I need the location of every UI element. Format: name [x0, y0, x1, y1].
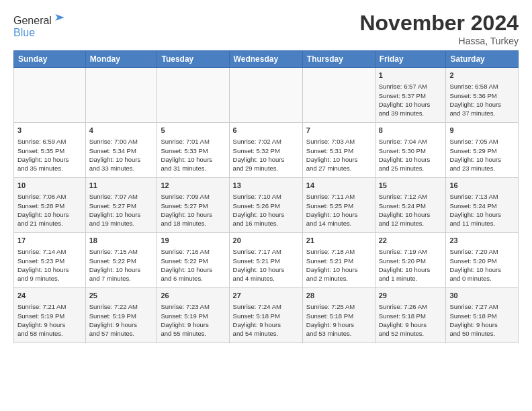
- calendar-cell: 14Sunrise: 7:11 AMSunset: 5:25 PMDayligh…: [302, 178, 375, 233]
- day-number: 8: [379, 126, 443, 136]
- day-number: 17: [17, 236, 82, 246]
- day-info: Daylight: 10 hours: [449, 100, 515, 109]
- day-info: Sunset: 5:25 PM: [306, 201, 371, 210]
- svg-marker-0: [55, 14, 64, 21]
- day-info: Daylight: 10 hours: [233, 155, 299, 164]
- day-info: Sunrise: 7:20 AM: [449, 247, 515, 256]
- day-info: and 54 minutes.: [233, 329, 299, 338]
- day-info: Sunrise: 7:01 AM: [161, 137, 225, 146]
- day-info: Sunrise: 7:26 AM: [379, 302, 443, 311]
- day-info: Sunset: 5:33 PM: [161, 146, 225, 155]
- calendar-cell: 6Sunrise: 7:02 AMSunset: 5:32 PMDaylight…: [229, 123, 302, 178]
- calendar-cell: 21Sunrise: 7:18 AMSunset: 5:21 PMDayligh…: [302, 233, 375, 288]
- day-info: Daylight: 10 hours: [379, 210, 443, 219]
- day-info: Sunrise: 7:17 AM: [233, 247, 299, 256]
- day-info: Sunrise: 7:19 AM: [379, 247, 443, 256]
- calendar-cell: 10Sunrise: 7:06 AMSunset: 5:28 PMDayligh…: [14, 178, 86, 233]
- day-info: Sunset: 5:19 PM: [161, 312, 225, 320]
- day-info: Sunset: 5:19 PM: [89, 312, 154, 320]
- day-info: and 39 minutes.: [379, 109, 443, 118]
- day-info: Sunrise: 7:21 AM: [17, 302, 82, 311]
- logo-general: General: [13, 15, 52, 26]
- day-info: and 25 minutes.: [379, 164, 443, 173]
- day-info: Sunset: 5:18 PM: [306, 312, 371, 320]
- day-info: Daylight: 10 hours: [306, 155, 371, 164]
- day-number: 20: [233, 236, 299, 246]
- title-block: November 2024 Hassa, Turkey: [359, 11, 519, 46]
- day-info: Daylight: 9 hours: [17, 320, 82, 329]
- day-info: and 52 minutes.: [379, 329, 443, 338]
- calendar-cell: 7Sunrise: 7:03 AMSunset: 5:31 PMDaylight…: [302, 123, 375, 178]
- day-number: 27: [233, 291, 299, 301]
- calendar-cell: 22Sunrise: 7:19 AMSunset: 5:20 PMDayligh…: [375, 233, 446, 288]
- day-info: Sunrise: 7:18 AM: [306, 247, 371, 256]
- day-info: Sunset: 5:31 PM: [306, 146, 371, 155]
- day-info: Sunrise: 7:16 AM: [161, 247, 225, 256]
- location: Hassa, Turkey: [359, 36, 519, 46]
- day-info: Sunrise: 7:27 AM: [449, 302, 515, 311]
- day-info: Daylight: 9 hours: [306, 320, 371, 329]
- day-info: Sunrise: 7:11 AM: [306, 192, 371, 201]
- day-info: and 23 minutes.: [449, 164, 515, 173]
- day-info: Sunrise: 7:04 AM: [379, 137, 443, 146]
- day-info: Sunset: 5:30 PM: [379, 146, 443, 155]
- calendar-cell: [157, 68, 229, 123]
- day-info: and 19 minutes.: [89, 219, 154, 228]
- day-number: 25: [89, 291, 154, 301]
- day-info: and 6 minutes.: [161, 274, 225, 283]
- calendar-cell: 2Sunrise: 6:58 AMSunset: 5:36 PMDaylight…: [446, 68, 519, 123]
- day-info: Sunrise: 7:09 AM: [161, 192, 225, 201]
- day-info: Sunset: 5:23 PM: [17, 257, 82, 265]
- day-info: Daylight: 10 hours: [89, 155, 154, 164]
- day-info: Sunset: 5:26 PM: [233, 201, 299, 210]
- day-info: Sunset: 5:27 PM: [161, 201, 225, 210]
- day-info: Sunrise: 7:07 AM: [89, 192, 154, 201]
- day-info: Sunrise: 7:12 AM: [379, 192, 443, 201]
- day-info: Daylight: 10 hours: [449, 210, 515, 219]
- day-info: and 21 minutes.: [17, 219, 82, 228]
- day-info: Sunrise: 6:59 AM: [17, 137, 82, 146]
- day-info: Sunset: 5:18 PM: [449, 312, 515, 320]
- day-info: Daylight: 10 hours: [17, 265, 82, 274]
- day-info: and 14 minutes.: [306, 219, 371, 228]
- day-info: Sunrise: 7:25 AM: [306, 302, 371, 311]
- day-info: Sunrise: 7:22 AM: [89, 302, 154, 311]
- day-info: Daylight: 10 hours: [449, 155, 515, 164]
- day-number: 14: [306, 181, 371, 191]
- calendar-cell: 1Sunrise: 6:57 AMSunset: 5:37 PMDaylight…: [375, 68, 446, 123]
- day-info: and 31 minutes.: [161, 164, 225, 173]
- day-info: Sunset: 5:24 PM: [449, 201, 515, 210]
- day-info: Daylight: 10 hours: [89, 265, 154, 274]
- day-info: Daylight: 9 hours: [161, 320, 225, 329]
- day-info: and 7 minutes.: [89, 274, 154, 283]
- day-info: Sunset: 5:18 PM: [233, 312, 299, 320]
- day-info: and 58 minutes.: [17, 329, 82, 338]
- day-info: Daylight: 9 hours: [89, 320, 154, 329]
- header: General Blue November 2024 Hassa, Turkey: [13, 11, 519, 46]
- col-header-monday: Monday: [85, 51, 157, 68]
- day-info: Sunrise: 7:06 AM: [17, 192, 82, 201]
- day-info: and 29 minutes.: [233, 164, 299, 173]
- day-info: Daylight: 9 hours: [449, 320, 515, 329]
- day-number: 24: [17, 291, 82, 301]
- day-info: Sunrise: 7:02 AM: [233, 137, 299, 146]
- day-info: Daylight: 10 hours: [449, 265, 515, 274]
- day-info: Daylight: 10 hours: [161, 265, 225, 274]
- day-info: Daylight: 10 hours: [161, 155, 225, 164]
- day-info: Daylight: 10 hours: [379, 155, 443, 164]
- calendar-cell: 17Sunrise: 7:14 AMSunset: 5:23 PMDayligh…: [14, 233, 86, 288]
- calendar: SundayMondayTuesdayWednesdayThursdayFrid…: [13, 50, 519, 343]
- day-info: Sunrise: 7:03 AM: [306, 137, 371, 146]
- day-number: 23: [449, 236, 515, 246]
- day-info: Sunset: 5:18 PM: [379, 312, 443, 320]
- calendar-cell: 3Sunrise: 6:59 AMSunset: 5:35 PMDaylight…: [14, 123, 86, 178]
- calendar-cell: 19Sunrise: 7:16 AMSunset: 5:22 PMDayligh…: [157, 233, 229, 288]
- day-number: 4: [89, 126, 154, 136]
- day-number: 28: [306, 291, 371, 301]
- calendar-cell: 28Sunrise: 7:25 AMSunset: 5:18 PMDayligh…: [302, 288, 375, 343]
- day-info: and 57 minutes.: [89, 329, 154, 338]
- day-number: 21: [306, 236, 371, 246]
- day-info: and 4 minutes.: [233, 274, 299, 283]
- day-info: Daylight: 10 hours: [306, 210, 371, 219]
- calendar-cell: 16Sunrise: 7:13 AMSunset: 5:24 PMDayligh…: [446, 178, 519, 233]
